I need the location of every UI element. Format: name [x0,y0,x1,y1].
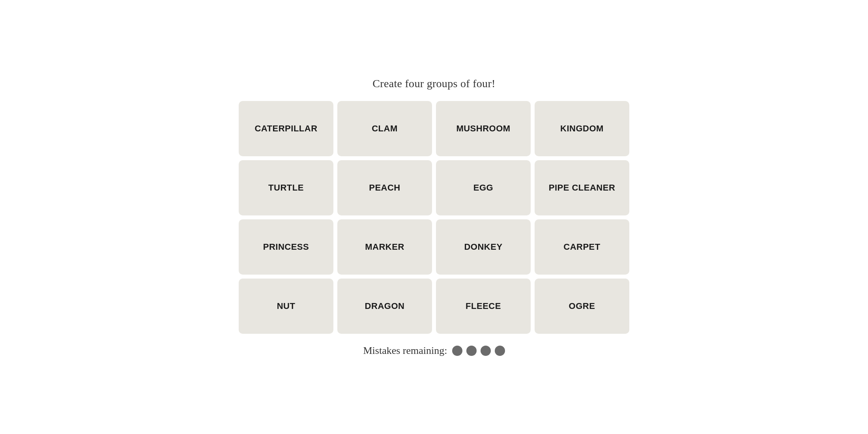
mistake-dot-3 [481,346,491,356]
tile-turtle[interactable]: TURTLE [239,160,333,215]
tile-label-peach: PEACH [369,183,400,193]
game-subtitle: Create four groups of four! [372,77,495,90]
tile-label-clam: CLAM [372,123,398,134]
mistake-dot-4 [495,346,505,356]
tile-label-ogre: OGRE [569,301,595,311]
tile-label-turtle: TURTLE [268,183,304,193]
game-container: Create four groups of four! CATERPILLARC… [239,77,629,357]
tile-clam[interactable]: CLAM [337,101,432,156]
tile-label-caterpillar: CATERPILLAR [254,123,317,134]
tile-label-mushroom: MUSHROOM [456,123,510,134]
mistake-dot-2 [466,346,477,356]
mistakes-container: Mistakes remaining: [363,345,505,357]
tile-princess[interactable]: PRINCESS [239,219,333,275]
tile-caterpillar[interactable]: CATERPILLAR [239,101,333,156]
tile-egg[interactable]: EGG [436,160,531,215]
tile-donkey[interactable]: DONKEY [436,219,531,275]
tile-label-fleece: FLEECE [466,301,501,311]
tile-label-donkey: DONKEY [464,242,502,252]
tile-label-pipe-cleaner: PIPE CLEANER [549,183,615,193]
tile-fleece[interactable]: FLEECE [436,279,531,334]
tile-label-egg: EGG [473,183,493,193]
tile-label-marker: MARKER [365,242,404,252]
word-grid: CATERPILLARCLAMMUSHROOMKINGDOMTURTLEPEAC… [239,101,629,334]
mistakes-label: Mistakes remaining: [363,345,447,357]
tile-pipe-cleaner[interactable]: PIPE CLEANER [535,160,629,215]
mistake-dot-1 [452,346,462,356]
tile-carpet[interactable]: CARPET [535,219,629,275]
tile-label-kingdom: KINGDOM [560,123,604,134]
tile-label-princess: PRINCESS [263,242,309,252]
tile-marker[interactable]: MARKER [337,219,432,275]
mistakes-dots [452,346,505,356]
tile-dragon[interactable]: DRAGON [337,279,432,334]
tile-kingdom[interactable]: KINGDOM [535,101,629,156]
tile-mushroom[interactable]: MUSHROOM [436,101,531,156]
tile-nut[interactable]: NUT [239,279,333,334]
tile-label-carpet: CARPET [563,242,600,252]
tile-label-dragon: DRAGON [365,301,405,311]
tile-peach[interactable]: PEACH [337,160,432,215]
tile-ogre[interactable]: OGRE [535,279,629,334]
tile-label-nut: NUT [277,301,296,311]
